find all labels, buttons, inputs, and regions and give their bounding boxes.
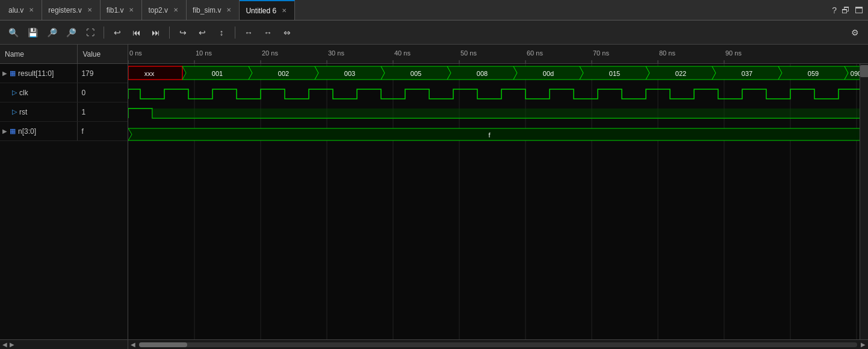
svg-text:005: 005 (411, 70, 421, 77)
tab-fib1[interactable]: fib1.v ✕ (101, 0, 143, 20)
scroll-left-button[interactable]: ◀ (128, 340, 138, 350)
tab-label: Untitled 6 (246, 7, 276, 15)
signal-row-clk[interactable]: ▷ clk 0 (0, 83, 128, 102)
prev-edge-button[interactable]: ↪ (175, 24, 191, 41)
help-icon[interactable]: ? (832, 5, 837, 15)
signal-row-n[interactable]: ▶ ▦ n[3:0] f (0, 122, 128, 141)
signal-list-header: Name Value (0, 45, 128, 64)
signal-label-n: n[3:0] (18, 127, 36, 136)
svg-rect-31 (128, 66, 182, 80)
tab-close-top2[interactable]: ✕ (172, 6, 180, 14)
tab-close-untitled6[interactable]: ✕ (280, 7, 288, 14)
svg-text:008: 008 (477, 70, 488, 77)
scroll-left-icon[interactable]: ◀ (2, 341, 7, 348)
collapse-button[interactable]: ↔ (259, 24, 276, 41)
signal-name-clk: ▷ clk (0, 83, 78, 102)
bus-icon-result: ▦ (10, 69, 16, 77)
wire-icon-clk: ▷ (12, 89, 17, 96)
signal-name-rst: ▷ rst (0, 102, 78, 121)
link-button[interactable]: ⇔ (279, 24, 296, 41)
svg-text:002: 002 (278, 70, 289, 77)
svg-text:003: 003 (344, 70, 355, 77)
signal-value-n: f (78, 122, 128, 140)
waveform-svg: xxx 001 002 003 005 008 00d (128, 64, 868, 339)
time-ruler: 0 ns 10 ns 20 ns 30 ns 40 ns 50 ns 60 ns… (128, 45, 868, 64)
horizontal-scrollbar-area: ◀ ▶ (128, 339, 868, 349)
zoom-out-button[interactable]: 🔍 (63, 24, 79, 41)
wire-icon-rst: ▷ (12, 108, 17, 116)
signal-label-rst: rst (19, 108, 27, 116)
svg-text:037: 037 (742, 70, 752, 77)
svg-text:40 ns: 40 ns (394, 49, 411, 57)
separator-2 (169, 27, 170, 39)
add-signal-button[interactable]: ↕ (213, 24, 230, 41)
signal-rows: ▶ ▦ result[11:0] 179 ▷ clk 0 (0, 64, 128, 339)
svg-text:70 ns: 70 ns (593, 49, 609, 57)
snap-button[interactable]: ↩ (109, 24, 126, 41)
svg-text:001: 001 (212, 70, 223, 77)
signal-row-rst[interactable]: ▷ rst 1 (0, 102, 128, 122)
svg-text:0 ns: 0 ns (129, 49, 142, 57)
tab-registers[interactable]: registers.v ✕ (42, 0, 100, 20)
svg-text:059: 059 (808, 70, 819, 77)
scrollbar-thumb-vertical[interactable] (860, 65, 868, 77)
svg-text:80 ns: 80 ns (659, 49, 675, 57)
scrollbar-track[interactable] (139, 342, 857, 347)
svg-text:60 ns: 60 ns (527, 49, 543, 57)
signal-value-result: 179 (78, 64, 128, 83)
svg-text:015: 015 (609, 70, 620, 77)
tab-top2[interactable]: top2.v ✕ (142, 0, 187, 20)
tab-close-fib-sim[interactable]: ✕ (225, 6, 233, 14)
tab-close-registers[interactable]: ✕ (85, 6, 94, 14)
svg-text:00d: 00d (543, 70, 554, 77)
waveform-canvas: xxx 001 002 003 005 008 00d (128, 64, 868, 339)
time-ruler-svg: 0 ns 10 ns 20 ns 30 ns 40 ns 50 ns 60 ns… (128, 45, 868, 64)
tab-label: alu.v (8, 6, 23, 14)
scrollbar-thumb[interactable] (139, 342, 187, 347)
scroll-right-icon[interactable]: ▶ (10, 341, 14, 348)
signal-label-result: result[11:0] (18, 69, 54, 78)
svg-text:20 ns: 20 ns (262, 49, 278, 57)
scroll-right-button[interactable]: ▶ (858, 340, 868, 350)
tab-right-icons: ? 🗗 🗖 (832, 5, 868, 15)
svg-text:90 ns: 90 ns (725, 49, 742, 57)
name-header: Name (0, 45, 78, 63)
svg-text:30 ns: 30 ns (328, 49, 344, 57)
toolbar: 🔍 💾 🔎 🔍 ⛶ ↩ ⏮ ⏭ ↪ ↩ ↕ ↔ ↔ ⇔ ⚙ (0, 20, 868, 45)
main-area: Name Value ▶ ▦ result[11:0] 179 (0, 45, 868, 349)
svg-text:xxx: xxx (144, 70, 155, 77)
signal-label-clk: clk (19, 89, 28, 97)
tab-label: fib_sim.v (193, 6, 221, 14)
vertical-scrollbar[interactable] (860, 64, 868, 339)
next-edge-button[interactable]: ↩ (194, 24, 211, 41)
search-button[interactable]: 🔍 (5, 24, 22, 41)
zoom-in-button[interactable]: 🔎 (43, 24, 60, 41)
svg-text:022: 022 (675, 70, 686, 77)
fit-button[interactable]: ⛶ (82, 24, 99, 41)
save-button[interactable]: 💾 (24, 24, 41, 41)
signal-name-n: ▶ ▦ n[3:0] (0, 122, 78, 140)
maximize-icon[interactable]: 🗖 (855, 5, 863, 15)
expand-icon-n[interactable]: ▶ (2, 128, 7, 134)
tab-untitled6[interactable]: Untitled 6 ✕ (240, 0, 295, 20)
tab-fib-sim[interactable]: fib_sim.v ✕ (187, 0, 240, 20)
tab-label: registers.v (48, 6, 81, 14)
settings-button[interactable]: ⚙ (846, 24, 863, 41)
tab-close-alu[interactable]: ✕ (27, 6, 36, 14)
restore-icon[interactable]: 🗗 (842, 5, 850, 15)
expand-button[interactable]: ↔ (240, 24, 257, 41)
tab-alu[interactable]: alu.v ✕ (2, 0, 42, 20)
signal-name-result: ▶ ▦ result[11:0] (0, 64, 78, 83)
tab-close-fib1[interactable]: ✕ (127, 6, 135, 14)
bus-icon-n: ▦ (10, 127, 16, 135)
signal-value-rst: 1 (78, 102, 128, 121)
goto-start-button[interactable]: ⏮ (128, 24, 145, 41)
svg-text:10 ns: 10 ns (196, 49, 212, 57)
value-header: Value (78, 45, 128, 63)
expand-icon-result[interactable]: ▶ (2, 70, 7, 77)
signal-row-result[interactable]: ▶ ▦ result[11:0] 179 (0, 64, 128, 83)
goto-end-button[interactable]: ⏭ (147, 24, 164, 41)
svg-rect-55 (152, 108, 868, 118)
separator-1 (104, 27, 104, 39)
svg-marker-56 (128, 128, 868, 140)
